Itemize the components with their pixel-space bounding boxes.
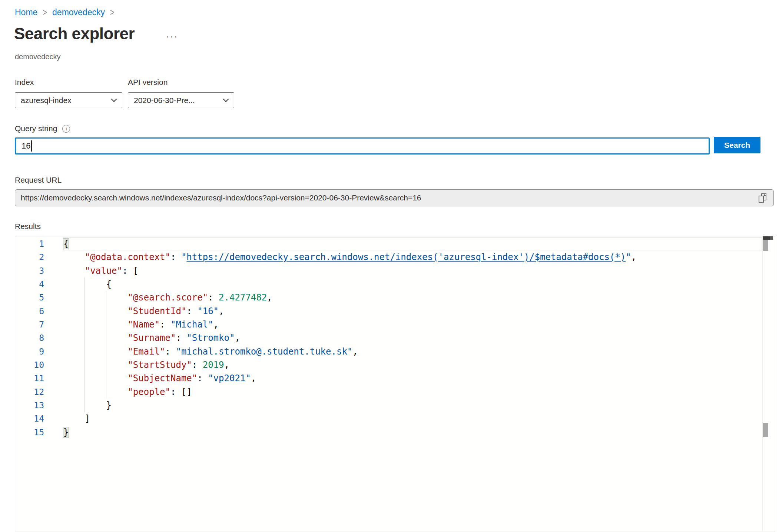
code-token: "@search.score" <box>127 292 208 303</box>
code-link[interactable]: https://demovedecky.search.windows.net/i… <box>186 252 626 262</box>
code-token: ] <box>85 413 90 424</box>
request-url-value: https://demovedecky.search.windows.net/i… <box>21 193 421 202</box>
line-number: 14 <box>15 412 63 425</box>
code-token: "michal.stromko@.student.tuke.sk" <box>176 346 352 357</box>
code-token: : <box>197 373 208 383</box>
code-line-text: } <box>63 399 112 412</box>
code-line[interactable]: 1{ <box>15 237 775 250</box>
line-number: 11 <box>15 372 63 385</box>
info-icon[interactable] <box>62 125 70 133</box>
code-token: 2.4277482 <box>219 292 267 303</box>
breadcrumb-separator: > <box>110 7 115 18</box>
code-line[interactable]: 2 "@odata.context": "https://demovedecky… <box>15 250 775 264</box>
code-token: "StartStudy" <box>127 360 192 370</box>
line-number: 15 <box>15 426 63 439</box>
line-number: 1 <box>15 237 63 250</box>
code-token: "people" <box>127 387 170 397</box>
code-line[interactable]: 15} <box>15 426 775 439</box>
code-token: : <box>208 292 219 303</box>
index-label: Index <box>15 78 34 87</box>
code-token: " <box>626 252 631 262</box>
code-line[interactable]: 7 "Name": "Michal", <box>15 318 775 331</box>
code-line[interactable]: 5 "@search.score": 2.4277482, <box>15 291 775 304</box>
code-line[interactable]: 9 "Email": "michal.stromko@.student.tuke… <box>15 345 775 358</box>
code-line[interactable]: 10 "StartStudy": 2019, <box>15 358 775 372</box>
scrollbar-thumb[interactable] <box>763 423 768 437</box>
results-editor[interactable]: 1{2 "@odata.context": "https://demovedec… <box>15 236 775 532</box>
code-token: , <box>631 252 636 262</box>
code-line[interactable]: 6 "StudentId": "16", <box>15 305 775 318</box>
code-line-text: "SubjectName": "vp2021", <box>63 372 256 385</box>
line-number: 13 <box>15 399 63 412</box>
code-line-text: "StartStudy": 2019, <box>63 358 229 372</box>
code-token: "Surname" <box>127 333 176 343</box>
code-token: } <box>63 427 69 438</box>
scrollbar-thumb[interactable] <box>763 240 768 251</box>
index-dropdown-value: azuresql-index <box>21 96 72 105</box>
code-line[interactable]: 8 "Surname": "Stromko", <box>15 331 775 345</box>
code-line-text: "Surname": "Stromko", <box>63 331 240 345</box>
breadcrumb: Home > demovedecky > <box>15 7 115 17</box>
code-token: "Name" <box>127 319 160 330</box>
code-token: 2019 <box>203 360 224 370</box>
code-line[interactable]: 14 ] <box>15 412 775 425</box>
request-url-label: Request URL <box>15 176 62 184</box>
code-token: { <box>63 239 69 249</box>
api-version-dropdown[interactable]: 2020-06-30-Pre... <box>128 92 234 108</box>
code-token: } <box>106 400 112 410</box>
code-line-text: "value": [ <box>63 264 138 277</box>
chevron-down-icon <box>223 96 229 102</box>
code-line[interactable]: 13 } <box>15 399 775 412</box>
search-explorer-page: Home > demovedecky > Search explorer ···… <box>0 0 779 532</box>
text-cursor <box>31 140 32 152</box>
code-token: "StudentId" <box>127 306 186 316</box>
more-options-button[interactable]: ··· <box>166 31 178 41</box>
code-token: , <box>235 333 240 343</box>
code-line-text: "StudentId": "16", <box>63 305 224 318</box>
code-line-text: "Email": "michal.stromko@.student.tuke.s… <box>63 345 358 358</box>
query-input[interactable]: 16 <box>15 137 710 154</box>
copy-icon[interactable] <box>759 193 768 203</box>
code-token: "Michal" <box>170 319 213 330</box>
code-token: "value" <box>85 266 122 276</box>
code-token: : [] <box>170 387 192 397</box>
line-number: 3 <box>15 264 63 277</box>
code-token: , <box>352 346 358 357</box>
scrollbar-track <box>762 236 763 532</box>
copy-icon-fold <box>764 194 766 196</box>
query-string-label-text: Query string <box>15 124 57 133</box>
code-token: , <box>267 292 272 303</box>
code-token: "Email" <box>127 346 165 357</box>
index-dropdown[interactable]: azuresql-index <box>15 92 122 108</box>
code-token: "16" <box>197 306 219 316</box>
line-number: 4 <box>15 277 63 291</box>
api-version-dropdown-value: 2020-06-30-Pre... <box>134 96 195 105</box>
line-number: 9 <box>15 345 63 358</box>
code-token: " <box>181 252 186 262</box>
line-number: 12 <box>15 385 63 399</box>
code-line[interactable]: 3 "value": [ <box>15 264 775 277</box>
code-line-text: "people": [] <box>63 385 192 399</box>
code-line-text: { <box>63 237 69 250</box>
code-line[interactable]: 12 "people": [] <box>15 385 775 399</box>
code-token: "Stromko" <box>186 333 235 343</box>
copy-icon-front-page <box>759 196 764 203</box>
code-token: : <box>186 306 197 316</box>
code-token: : <box>160 319 170 330</box>
code-token: , <box>251 373 256 383</box>
search-button[interactable]: Search <box>714 137 760 153</box>
line-number: 6 <box>15 305 63 318</box>
code-token: : <box>176 333 186 343</box>
code-line-text: } <box>63 426 69 439</box>
code-line-text: "@search.score": 2.4277482, <box>63 291 272 304</box>
breadcrumb-item-home[interactable]: Home <box>15 7 37 17</box>
code-lines: 1{2 "@odata.context": "https://demovedec… <box>15 237 775 439</box>
chevron-down-icon <box>111 96 117 102</box>
code-line[interactable]: 4 { <box>15 277 775 291</box>
code-token: : <box>192 360 203 370</box>
request-url-field[interactable]: https://demovedecky.search.windows.net/i… <box>15 189 774 206</box>
code-line[interactable]: 11 "SubjectName": "vp2021", <box>15 372 775 385</box>
code-token: , <box>224 360 229 370</box>
line-number: 10 <box>15 358 63 372</box>
breadcrumb-item-demovedecky[interactable]: demovedecky <box>52 7 105 17</box>
